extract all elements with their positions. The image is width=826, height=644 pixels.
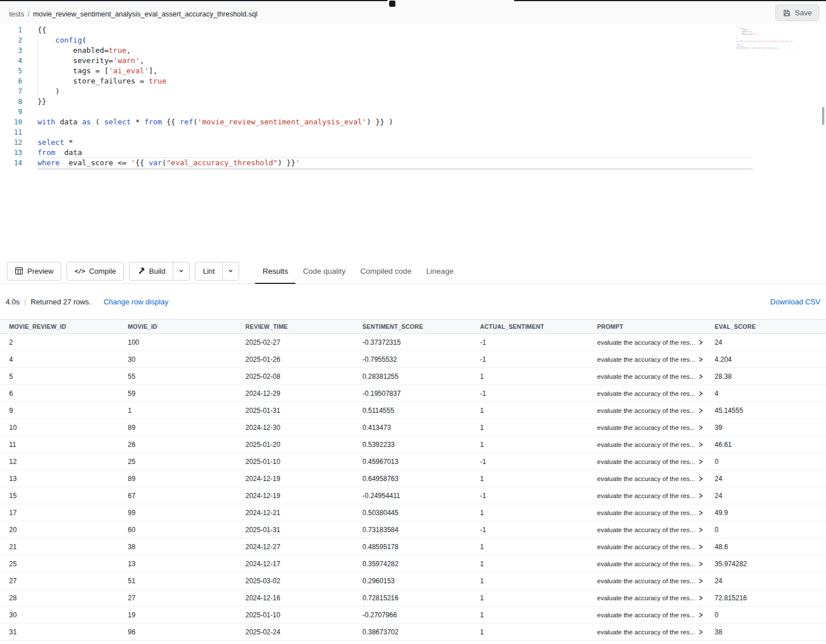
table-cell: 51 bbox=[128, 577, 245, 585]
code-line[interactable] bbox=[37, 127, 393, 137]
prompt-expand-button[interactable]: evaluate the accuracy of the res... bbox=[597, 492, 715, 499]
minimap[interactable]: {{ config( enabled=true, severity='warn'… bbox=[736, 26, 803, 94]
expand-chevron-icon[interactable] bbox=[698, 578, 703, 584]
table-cell: 0.28381255 bbox=[362, 373, 480, 380]
code-line[interactable]: store_failures = true bbox=[37, 76, 393, 86]
expand-chevron-icon[interactable] bbox=[698, 425, 703, 430]
preview-button[interactable]: Preview bbox=[7, 262, 61, 281]
table-cell: 9 bbox=[0, 407, 128, 415]
table-cell: 6 bbox=[0, 390, 128, 398]
code-line[interactable]: select * bbox=[37, 137, 393, 148]
query-duration: 4.0s bbox=[6, 298, 20, 306]
expand-chevron-icon[interactable] bbox=[698, 340, 703, 345]
build-dropdown-button[interactable] bbox=[173, 262, 190, 281]
code-line[interactable]: config( bbox=[37, 35, 393, 45]
code-line[interactable]: }} bbox=[37, 97, 393, 107]
expand-chevron-icon[interactable] bbox=[698, 357, 703, 362]
tab-compiled-code[interactable]: Compiled code bbox=[353, 258, 419, 283]
prompt-expand-button[interactable]: evaluate the accuracy of the res... bbox=[597, 373, 715, 380]
change-row-display-link[interactable]: Change row display bbox=[103, 298, 168, 306]
expand-chevron-icon[interactable] bbox=[698, 493, 703, 499]
table-row: 31962025-02-240.386737021evaluate the ac… bbox=[0, 624, 826, 641]
code-line[interactable]: tags = ['ai_eval'], bbox=[37, 66, 393, 76]
prompt-expand-button[interactable]: evaluate the accuracy of the res... bbox=[597, 561, 715, 567]
prompt-expand-button[interactable]: evaluate the accuracy of the res... bbox=[597, 595, 715, 601]
table-cell: 0.2960153 bbox=[362, 577, 480, 585]
prompt-expand-button[interactable]: evaluate the accuracy of the res... bbox=[597, 339, 715, 346]
expand-chevron-icon[interactable] bbox=[698, 459, 703, 465]
code-line[interactable]: where eval_score <= '{{ var("eval_accura… bbox=[37, 158, 393, 168]
prompt-expand-button[interactable]: evaluate the accuracy of the res... bbox=[597, 475, 715, 482]
table-cell: -1 bbox=[480, 492, 597, 500]
prompt-expand-button[interactable]: evaluate the accuracy of the res... bbox=[597, 441, 715, 448]
expand-chevron-icon[interactable] bbox=[698, 374, 703, 379]
expand-chevron-icon[interactable] bbox=[698, 629, 703, 635]
prompt-expand-button[interactable]: evaluate the accuracy of the res... bbox=[597, 458, 715, 465]
table-cell: -0.2707966 bbox=[362, 611, 480, 619]
table-cell: 59 bbox=[128, 390, 245, 398]
prompt-expand-button[interactable]: evaluate the accuracy of the res... bbox=[597, 543, 715, 550]
line-number-gutter: 1234567891011121314 bbox=[0, 25, 25, 168]
expand-chevron-icon[interactable] bbox=[698, 391, 703, 396]
code-line[interactable]: enabled=true, bbox=[37, 45, 393, 56]
table-cell: 2024-12-30 bbox=[245, 424, 362, 432]
prompt-expand-button[interactable]: evaluate the accuracy of the res... bbox=[597, 612, 715, 618]
table-cell: 1 bbox=[480, 628, 597, 636]
expand-chevron-icon[interactable] bbox=[698, 510, 703, 516]
download-csv-link[interactable]: Download CSV bbox=[770, 298, 820, 306]
code-line[interactable]: from data bbox=[37, 148, 393, 158]
expand-chevron-icon[interactable] bbox=[698, 476, 703, 482]
code-line[interactable] bbox=[37, 107, 393, 117]
prompt-expand-button[interactable]: evaluate the accuracy of the res... bbox=[597, 390, 715, 397]
save-button-label: Save bbox=[795, 9, 812, 17]
breadcrumb-file[interactable]: movie_review_sentiment_analysis_eval_ass… bbox=[33, 10, 257, 18]
prompt-expand-button[interactable]: evaluate the accuracy of the res... bbox=[597, 509, 715, 516]
expand-chevron-icon[interactable] bbox=[698, 408, 703, 413]
save-button[interactable]: Save bbox=[775, 5, 819, 21]
tab-results[interactable]: Results bbox=[255, 258, 295, 283]
prompt-preview-text: evaluate the accuracy of the res... bbox=[597, 441, 695, 448]
expand-chevron-icon[interactable] bbox=[698, 612, 703, 618]
minimap-content: {{ config( enabled=true, severity='warn'… bbox=[736, 26, 747, 48]
code-line[interactable]: ) bbox=[37, 86, 393, 97]
compile-button-label: Compile bbox=[89, 267, 116, 275]
code-line[interactable]: {{ bbox=[37, 25, 393, 35]
expand-chevron-icon[interactable] bbox=[698, 544, 703, 550]
table-cell: 100 bbox=[128, 338, 245, 346]
table-cell: 30 bbox=[128, 356, 245, 363]
table-cell: 26 bbox=[128, 441, 245, 449]
code-line[interactable]: severity='warn', bbox=[37, 56, 393, 66]
code-lines[interactable]: {{ config( enabled=true, severity='warn'… bbox=[37, 25, 393, 168]
table-cell: 89 bbox=[128, 475, 245, 483]
lint-dropdown-button[interactable] bbox=[222, 262, 239, 281]
prompt-expand-button[interactable]: evaluate the accuracy of the res... bbox=[597, 526, 715, 533]
table-cell: 4 bbox=[715, 390, 826, 398]
table-cell: -1 bbox=[480, 338, 597, 346]
table-cell: 2025-01-31 bbox=[245, 407, 362, 415]
expand-chevron-icon[interactable] bbox=[698, 561, 703, 567]
prompt-expand-button[interactable]: evaluate the accuracy of the res... bbox=[597, 407, 715, 414]
breadcrumb-folder[interactable]: tests bbox=[9, 10, 24, 18]
code-editor[interactable]: 1234567891011121314 {{ config( enabled=t… bbox=[0, 24, 826, 258]
lint-button[interactable]: Lint bbox=[195, 262, 222, 281]
table-cell: 89 bbox=[128, 424, 245, 432]
table-cell: 1 bbox=[128, 407, 245, 415]
tab-lineage[interactable]: Lineage bbox=[419, 258, 461, 283]
prompt-expand-button[interactable]: evaluate the accuracy of the res... bbox=[597, 578, 715, 584]
table-cell: 38 bbox=[715, 628, 826, 636]
table-cell: 13 bbox=[0, 475, 128, 483]
table-cell: 1 bbox=[480, 475, 597, 483]
prompt-expand-button[interactable]: evaluate the accuracy of the res... bbox=[597, 629, 715, 635]
tab-code-quality[interactable]: Code quality bbox=[295, 258, 353, 283]
prompt-expand-button[interactable]: evaluate the accuracy of the res... bbox=[597, 424, 715, 431]
expand-chevron-icon[interactable] bbox=[698, 527, 703, 533]
compile-button[interactable]: </> Compile bbox=[66, 262, 124, 281]
code-line[interactable]: with data as ( select * from {{ ref('mov… bbox=[37, 117, 393, 127]
expand-chevron-icon[interactable] bbox=[698, 442, 703, 448]
editor-scrollbar[interactable] bbox=[822, 107, 824, 125]
table-cell: 55 bbox=[128, 373, 245, 380]
table-cell: 24 bbox=[715, 577, 826, 585]
build-button[interactable]: Build bbox=[129, 262, 173, 281]
expand-chevron-icon[interactable] bbox=[698, 595, 703, 601]
prompt-expand-button[interactable]: evaluate the accuracy of the res... bbox=[597, 356, 715, 363]
